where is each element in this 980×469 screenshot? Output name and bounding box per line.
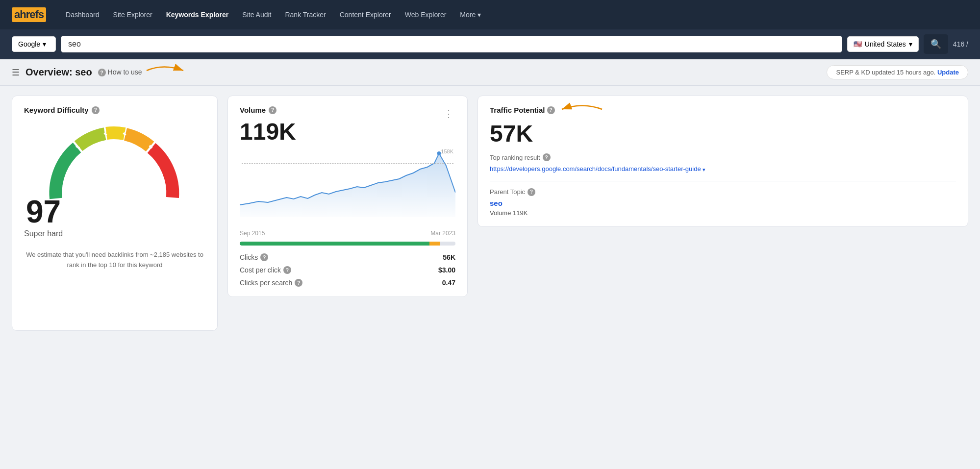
clicks-label: Clicks (240, 253, 258, 261)
country-flag: 🇺🇸 (854, 40, 862, 48)
cpc-label: Cost per click (240, 266, 281, 274)
svg-point-5 (437, 151, 441, 155)
country-dropdown-icon: ▾ (909, 40, 912, 48)
kd-title: Keyword Difficulty (24, 106, 89, 114)
volume-header: Volume ? 119K ⋮ (240, 106, 455, 148)
nav-links: Dashboard Site Explorer Keywords Explore… (60, 7, 968, 23)
question-icon: ? (98, 69, 106, 76)
logo[interactable]: ahrefs (12, 7, 46, 22)
kd-card: Keyword Difficulty ? (12, 96, 218, 331)
page-title: Overview: seo (25, 67, 92, 78)
top-ranking-url[interactable]: https://developers.google.com/search/doc… (490, 164, 956, 174)
chart-axis-labels: Sep 2015 Mar 2023 (240, 230, 455, 237)
url-expand-icon: ▾ (703, 166, 705, 174)
kd-title-row: Keyword Difficulty ? (24, 106, 100, 114)
nav-content-explorer[interactable]: Content Explorer (334, 7, 397, 23)
volume-chart-svg (240, 148, 455, 217)
volume-number: 119K (240, 120, 296, 144)
traffic-arrow (558, 99, 607, 119)
cards-area: Keyword Difficulty ? (0, 86, 980, 341)
search-count: 416 / (953, 40, 968, 48)
page-header: ☰ Overview: seo ? How to use SERP & KD u… (0, 59, 980, 86)
parent-topic-link[interactable]: seo (490, 199, 956, 207)
progress-organic (240, 242, 429, 246)
top-nav: ahrefs Dashboard Site Explorer Keywords … (0, 0, 980, 29)
volume-info-icon[interactable]: ? (269, 106, 276, 114)
engine-label: Google (18, 40, 40, 48)
clicks-progress-bar (240, 242, 455, 246)
kd-description: We estimate that you'll need backlinks f… (24, 250, 205, 271)
engine-dropdown-icon: ▾ (43, 40, 46, 48)
volume-menu-dots[interactable]: ⋮ (442, 106, 455, 122)
nav-rank-tracker[interactable]: Rank Tracker (279, 7, 331, 23)
engine-select[interactable]: Google ▾ (12, 36, 56, 52)
volume-title-row: Volume ? (240, 106, 296, 114)
cps-label: Clicks per search (240, 279, 292, 287)
stat-cpc: Cost per click ? $3.00 (240, 266, 455, 274)
cps-value: 0.47 (442, 279, 455, 287)
top-ranking-info-icon[interactable]: ? (543, 153, 551, 161)
logo-text: ahrefs (12, 7, 46, 22)
stats-rows: Clicks ? 56K Cost per click ? $3.00 Clic… (240, 253, 455, 287)
cpc-value: $3.00 (438, 266, 455, 274)
parent-topic-info-icon[interactable]: ? (528, 188, 535, 196)
traffic-value: 57K (490, 122, 956, 146)
nav-web-explorer[interactable]: Web Explorer (399, 7, 452, 23)
search-button[interactable]: 🔍 (924, 34, 948, 54)
clicks-value: 56K (443, 253, 455, 261)
traffic-title: Traffic Potential (490, 106, 545, 114)
volume-card: Volume ? 119K ⋮ 158K (227, 96, 468, 297)
chevron-down-icon: ▾ (477, 11, 481, 19)
how-to-use-arrow (144, 61, 188, 80)
gauge-svg (41, 125, 188, 206)
cpc-info-icon[interactable]: ? (283, 266, 291, 274)
parent-volume-text: Volume 119K (490, 209, 956, 217)
chart-top-label: 158K (441, 148, 453, 154)
svg-line-4 (150, 146, 152, 148)
how-to-use-link[interactable]: ? How to use (98, 68, 142, 77)
nav-keywords-explorer[interactable]: Keywords Explorer (160, 7, 235, 23)
traffic-title-row: Traffic Potential ? (490, 106, 555, 114)
update-banner: SERP & KD updated 15 hours ago. Update (827, 65, 968, 79)
nav-site-explorer[interactable]: Site Explorer (107, 7, 158, 23)
chart-date-start: Sep 2015 (240, 230, 265, 237)
stat-clicks: Clicks ? 56K (240, 253, 455, 261)
cps-info-icon[interactable]: ? (295, 279, 302, 287)
search-bar: Google ▾ 🇺🇸 United States ▾ 🔍 416 / (0, 29, 980, 59)
chart-date-end: Mar 2023 (430, 230, 455, 237)
kd-label: Super hard (24, 229, 63, 238)
nav-more[interactable]: More ▾ (454, 7, 487, 23)
parent-topic-label-row: Parent Topic ? (490, 188, 956, 196)
stat-cps: Clicks per search ? 0.47 (240, 279, 455, 287)
country-select[interactable]: 🇺🇸 United States ▾ (847, 36, 919, 52)
hamburger-icon[interactable]: ☰ (12, 67, 20, 78)
search-input[interactable] (61, 36, 842, 52)
update-notice: SERP & KD updated 15 hours ago. (836, 69, 935, 76)
progress-paid (429, 242, 440, 246)
chart-area: 158K (240, 148, 455, 227)
card-divider (490, 181, 956, 181)
nav-dashboard[interactable]: Dashboard (60, 7, 105, 23)
volume-title: Volume (240, 106, 266, 114)
nav-site-audit[interactable]: Site Audit (236, 7, 277, 23)
top-ranking-label: Top ranking result ? (490, 153, 956, 161)
traffic-card: Traffic Potential ? 57K Top ranking resu… (477, 96, 968, 227)
kd-info-icon[interactable]: ? (92, 106, 100, 114)
country-label: United States (865, 40, 906, 48)
how-to-use-label: How to use (108, 68, 142, 76)
gauge-container (24, 125, 205, 206)
traffic-info-icon[interactable]: ? (547, 106, 555, 114)
update-link[interactable]: Update (937, 69, 959, 76)
clicks-info-icon[interactable]: ? (260, 253, 268, 261)
